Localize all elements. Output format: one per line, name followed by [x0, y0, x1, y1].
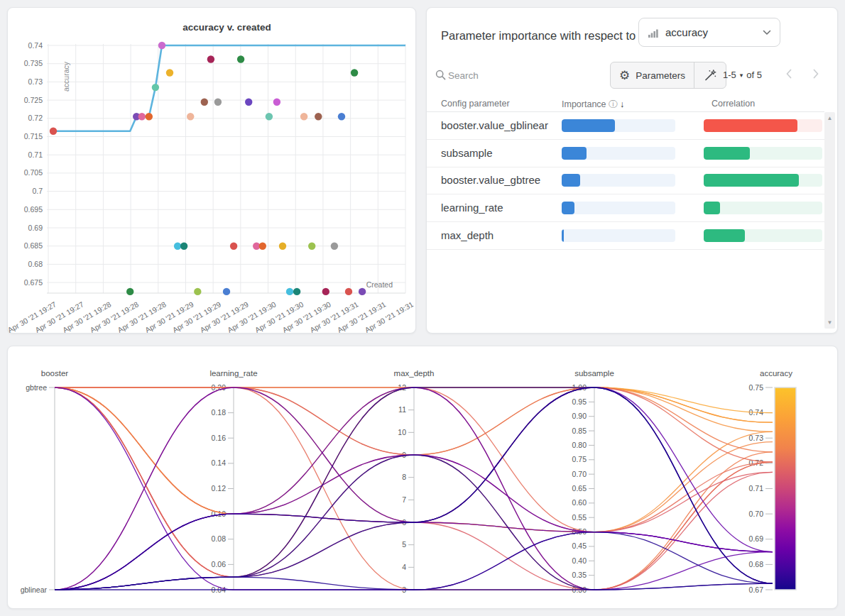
run-point[interactable]: [273, 99, 280, 106]
chevron-down-icon: [763, 30, 771, 35]
search-icon: [435, 70, 446, 80]
x-tick-label: Apr 30 '21 19:27: [8, 299, 58, 333]
run-point[interactable]: [308, 243, 315, 250]
scroll-down-icon[interactable]: ▼: [824, 319, 835, 326]
run-point[interactable]: [338, 113, 345, 120]
parameter-name: subsample: [441, 147, 493, 159]
run-point[interactable]: [245, 99, 252, 106]
correlation-bar: [704, 147, 822, 160]
axis-tick-label: 0.68: [749, 560, 764, 568]
scroll-up-icon[interactable]: ▲: [824, 115, 835, 121]
y-tick-label: 0.715: [24, 132, 43, 141]
dashboard-page: 0.740.7350.730.7250.720.7150.710.7050.70…: [0, 0, 845, 616]
accuracy-vs-created-chart[interactable]: 0.740.7350.730.7250.720.7150.710.7050.70…: [8, 8, 415, 333]
parallel-coordinates-chart[interactable]: boostergblineargbtreelearning_rate0.040.…: [8, 346, 837, 608]
run-point[interactable]: [351, 69, 358, 76]
parameter-row[interactable]: learning_rate: [427, 194, 824, 222]
correlation-bar: [704, 202, 822, 214]
axis-tick-label: 0.06: [212, 560, 227, 568]
run-point[interactable]: [194, 288, 201, 295]
run-point[interactable]: [259, 243, 266, 250]
run-point[interactable]: [230, 243, 237, 250]
run-point[interactable]: [152, 84, 159, 91]
importance-bar: [562, 119, 675, 132]
scatter-chart-panel: 0.740.7350.730.7250.720.7150.710.7050.70…: [7, 7, 416, 334]
correlation-bar: [704, 229, 822, 242]
run-point[interactable]: [174, 243, 181, 250]
sort-descending-icon: ↓: [620, 99, 624, 109]
y-tick-label: 0.68: [28, 260, 43, 268]
y-tick-label: 0.685: [24, 241, 43, 250]
column-header-parameter[interactable]: Config parameter: [441, 99, 510, 109]
y-tick-label: 0.7: [32, 187, 43, 195]
run-point[interactable]: [126, 288, 133, 295]
run-point[interactable]: [279, 243, 286, 250]
run-point[interactable]: [322, 288, 329, 295]
axis-tick-label: 0.80: [572, 441, 587, 449]
run-point[interactable]: [50, 128, 57, 135]
chevron-right-icon[interactable]: [811, 68, 821, 79]
run-point[interactable]: [237, 55, 244, 62]
axis-title: subsample: [574, 369, 614, 378]
axis-tick-label: 0.60: [572, 498, 587, 507]
magic-wand-icon: [703, 68, 717, 82]
x-axis-title: Created: [366, 280, 393, 289]
run-point[interactable]: [315, 113, 322, 120]
axis-tick-label: gbtree: [26, 383, 47, 392]
run-point[interactable]: [214, 99, 222, 106]
importance-bar: [562, 229, 675, 242]
magic-wand-button[interactable]: [694, 62, 726, 88]
column-header-importance[interactable]: Importance ⓘ ↓: [562, 99, 624, 111]
axis-tick-label: 0.18: [212, 408, 227, 417]
parameter-row[interactable]: subsample: [427, 140, 824, 167]
run-point[interactable]: [138, 113, 146, 120]
run-point[interactable]: [293, 288, 300, 295]
run-point[interactable]: [286, 288, 293, 295]
axis-tick-label: 4: [402, 563, 406, 571]
run-point[interactable]: [201, 99, 208, 106]
importance-bar: [562, 147, 675, 160]
run-point[interactable]: [146, 113, 153, 120]
panel-title: Parameter importance with respect to: [441, 29, 636, 43]
parameter-row[interactable]: booster.value_gblinear: [427, 112, 824, 140]
pagination-control[interactable]: 1-5 ▾ of 5: [723, 70, 762, 80]
parameters-button[interactable]: ⚙ Parameters: [611, 62, 694, 88]
importance-bar: [562, 174, 675, 187]
axis-title: accuracy: [760, 369, 792, 378]
parameter-row[interactable]: max_depth: [427, 222, 824, 250]
run-point[interactable]: [158, 42, 165, 49]
axis-tick-label: 0.70: [749, 510, 764, 518]
run-point[interactable]: [345, 288, 352, 295]
run-point[interactable]: [223, 288, 230, 295]
importance-bar: [562, 202, 675, 214]
run-point[interactable]: [266, 113, 273, 120]
run-point[interactable]: [300, 113, 307, 120]
correlation-bar: [704, 174, 822, 187]
correlation-bar: [704, 119, 822, 132]
run-point[interactable]: [331, 243, 338, 250]
axis-tick-label: 0.85: [572, 427, 587, 435]
metric-selector-dropdown[interactable]: accuracy: [638, 18, 780, 47]
axis-tick-label: 0.71: [749, 484, 764, 493]
axis-tick-label: 0.14: [212, 458, 227, 467]
chevron-left-icon[interactable]: [784, 68, 794, 79]
parameter-row[interactable]: booster.value_gbtree: [427, 167, 824, 194]
parameter-name: booster.value_gblinear: [441, 119, 548, 131]
run-point[interactable]: [180, 243, 187, 250]
accuracy-colorbar: [775, 387, 796, 590]
parameter-name: learning_rate: [441, 202, 503, 214]
search-input[interactable]: [448, 66, 555, 84]
axis-tick-label: 0.70: [572, 470, 587, 478]
bar-chart-icon: [648, 27, 659, 38]
run-point[interactable]: [187, 113, 194, 120]
y-tick-label: 0.69: [28, 224, 43, 232]
scatter-points: [50, 42, 366, 295]
run-point[interactable]: [207, 55, 214, 62]
run-point[interactable]: [359, 288, 366, 295]
column-header-correlation[interactable]: Correlation: [712, 99, 755, 109]
table-scrollbar[interactable]: ▲ ▼: [824, 112, 835, 329]
y-tick-label: 0.73: [28, 77, 43, 86]
y-tick-label: 0.675: [24, 278, 43, 287]
axis-tick-label: 0.67: [749, 585, 764, 594]
run-point[interactable]: [166, 69, 173, 76]
